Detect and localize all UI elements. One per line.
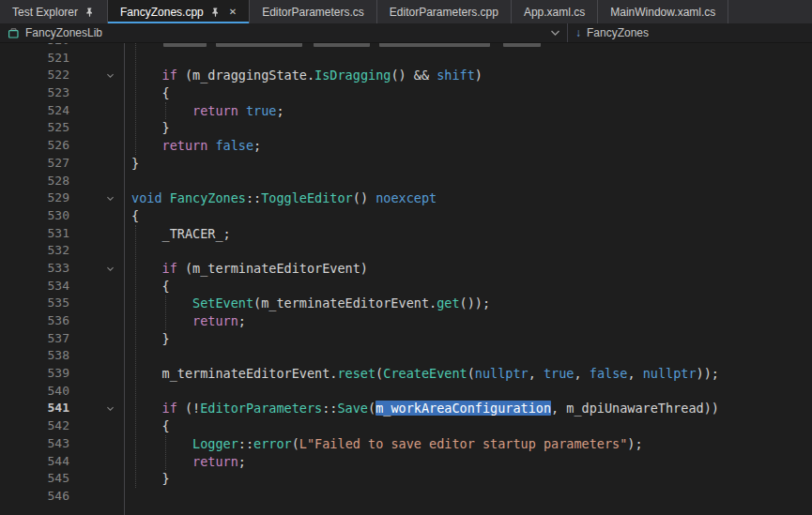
code-token: , m_dpiUnawareThread)) — [551, 401, 719, 416]
fold-collapse-icon[interactable] — [73, 189, 124, 207]
fold-gutter — [73, 50, 124, 68]
code-token: nullptr — [475, 366, 529, 381]
code-line[interactable]: { — [124, 417, 170, 435]
line-number: 543 — [0, 435, 73, 453]
code-line[interactable] — [124, 50, 131, 68]
code-line[interactable]: if (!EditorParameters::Save(m_workAreaCo… — [124, 400, 719, 417]
line-number: 534 — [0, 278, 73, 295]
fold-gutter — [73, 225, 124, 243]
code-line[interactable] — [124, 43, 541, 50]
fold-collapse-icon[interactable] — [73, 67, 124, 84]
code-line[interactable]: } — [124, 330, 170, 348]
fold-gutter — [73, 207, 124, 225]
pin-icon[interactable] — [210, 7, 221, 18]
code-token: _TRACER_; — [131, 226, 231, 241]
line-number: 535 — [0, 295, 73, 312]
scope-dropdown-label: FancyZones — [587, 26, 649, 39]
code-line[interactable]: SetEvent(m_terminateEditorEvent.get()); — [124, 295, 490, 312]
code-row-526: 526 return false; — [0, 137, 812, 155]
code-token: ; — [238, 454, 246, 469]
code-token: ); — [627, 436, 642, 451]
code-token: if — [162, 68, 177, 83]
line-number: 527 — [0, 155, 73, 173]
code-line[interactable]: void FancyZones::ToggleEditor() noexcept — [124, 189, 437, 207]
code-token: ()); — [460, 295, 491, 311]
code-token: () — [353, 190, 375, 205]
code-token: m_terminateEditorEvent — [162, 366, 330, 381]
code-token: ( — [177, 261, 192, 276]
fold-gutter — [73, 278, 124, 295]
illegible-text-fragment — [163, 43, 207, 47]
fold-gutter — [73, 488, 124, 506]
code-line[interactable]: Logger::error(L"Failed to save editor st… — [124, 435, 643, 453]
code-line[interactable]: { — [124, 207, 139, 225]
code-token: nullptr — [643, 366, 697, 381]
tab-editorparameters-cs[interactable]: EditorParameters.cs — [250, 0, 377, 23]
code-row-538: 538 — [0, 347, 812, 365]
vs-editor-window: Test ExplorerFancyZones.cpp✕EditorParame… — [0, 0, 812, 515]
tab-mainwindow-xaml-cs[interactable]: MainWindow.xaml.cs — [598, 0, 728, 23]
fold-collapse-icon[interactable] — [73, 260, 124, 278]
code-line[interactable]: return false; — [124, 137, 261, 155]
code-row-544: 544 return; — [0, 453, 812, 471]
code-line[interactable]: if (m_terminateEditorEvent) — [124, 260, 368, 278]
code-line[interactable]: return; — [124, 453, 246, 471]
pin-icon[interactable] — [84, 7, 95, 18]
code-line[interactable] — [124, 383, 131, 401]
code-line[interactable]: { — [124, 84, 170, 102]
fold-gutter — [73, 312, 124, 330]
code-line[interactable] — [124, 488, 131, 506]
code-token: CreateEvent — [383, 366, 467, 381]
code-line[interactable]: } — [124, 470, 170, 488]
code-line[interactable]: return true; — [124, 102, 284, 120]
code-line[interactable]: } — [124, 155, 139, 173]
code-line[interactable]: if (m_draggingState.IsDragging() && shif… — [124, 67, 483, 84]
close-icon[interactable]: ✕ — [227, 8, 237, 17]
code-token — [131, 103, 192, 118]
code-token — [131, 138, 162, 153]
line-number: 528 — [0, 173, 73, 190]
tab-test-explorer[interactable]: Test Explorer — [0, 0, 108, 23]
line-number: 537 — [0, 330, 73, 348]
code-row-532: 532 — [0, 242, 812, 260]
code-token: Logger — [192, 436, 238, 451]
line-number: 526 — [0, 137, 73, 155]
code-token: , — [627, 366, 642, 381]
code-token: return — [192, 313, 238, 328]
tab-editorparameters-cpp[interactable]: EditorParameters.cpp — [377, 0, 512, 23]
fold-gutter — [73, 155, 124, 173]
tab-fancyzones-cpp[interactable]: FancyZones.cpp✕ — [108, 0, 250, 23]
code-token — [131, 436, 192, 451]
code-line[interactable]: m_terminateEditorEvent.reset(CreateEvent… — [124, 365, 719, 383]
code-editor[interactable]: 520521522 if (m_draggingState.IsDragging… — [0, 43, 812, 515]
code-line[interactable] — [124, 242, 131, 260]
code-line[interactable] — [124, 173, 131, 190]
fold-collapse-icon[interactable] — [73, 400, 124, 417]
code-token: return — [192, 454, 238, 469]
chevron-down-icon[interactable] — [551, 30, 559, 36]
code-line[interactable] — [124, 347, 131, 365]
line-number: 539 — [0, 365, 73, 383]
line-number: 531 — [0, 225, 73, 243]
line-number: 538 — [0, 347, 73, 365]
scope-dropdown[interactable]: ↓ FancyZones — [568, 23, 812, 42]
code-line[interactable]: } — [124, 119, 170, 137]
code-token: reset — [337, 366, 375, 381]
code-line[interactable]: { — [124, 278, 170, 295]
code-line[interactable]: return; — [124, 312, 246, 330]
project-dropdown[interactable]: FancyZonesLib — [0, 23, 567, 42]
code-token — [238, 103, 246, 118]
code-row-524: 524 return true; — [0, 102, 812, 120]
line-number: 542 — [0, 417, 73, 435]
tab-app-xaml-cs[interactable]: App.xaml.cs — [512, 0, 598, 23]
code-line[interactable]: _TRACER_; — [124, 225, 231, 243]
code-row-541: 541 if (!EditorParameters::Save(m_workAr… — [0, 400, 812, 417]
code-token: shift — [437, 68, 475, 83]
code-token — [131, 261, 162, 276]
code-lines: 520521522 if (m_draggingState.IsDragging… — [0, 43, 812, 506]
code-token — [131, 454, 192, 469]
project-dropdown-label: FancyZonesLib — [25, 26, 102, 39]
code-token — [131, 401, 162, 416]
illegible-text-fragment — [314, 43, 370, 47]
fold-gutter — [73, 102, 124, 120]
